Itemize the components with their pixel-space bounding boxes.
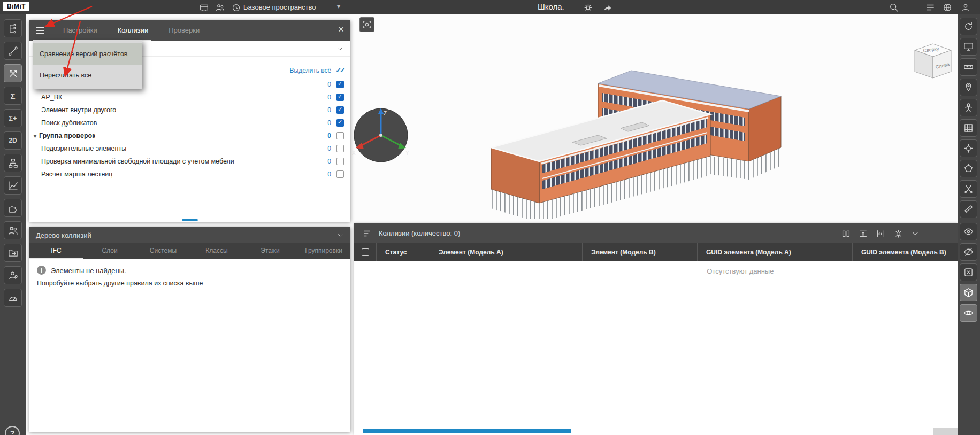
globe-button[interactable] — [941, 2, 953, 13]
building-model[interactable] — [460, 37, 824, 219]
history-button[interactable] — [230, 2, 242, 13]
task-list-button[interactable] — [924, 2, 936, 13]
rule-row[interactable]: Подозрительные элементы 0 — [29, 142, 350, 155]
column-guid-a[interactable]: GUID элемента (Модель А) — [698, 243, 853, 261]
project-settings-button[interactable] — [582, 2, 594, 13]
show-button[interactable] — [960, 223, 977, 240]
rule-checkbox[interactable] — [336, 132, 344, 139]
tab-checks[interactable]: Проверки — [165, 20, 203, 41]
graphs-button[interactable] — [4, 176, 22, 195]
help-button[interactable]: ? — [5, 426, 20, 435]
shared-folder-button[interactable] — [4, 244, 22, 262]
users-button[interactable] — [4, 221, 22, 239]
cube-icon — [963, 288, 974, 298]
fit-width-button[interactable] — [874, 228, 886, 239]
section-button[interactable] — [960, 180, 977, 198]
clash-detection-button[interactable] — [4, 64, 22, 82]
clear-selection-button[interactable] — [960, 263, 977, 281]
orbit-button[interactable] — [960, 304, 977, 322]
column-guid-b[interactable]: GUID элемента (Модель B) — [853, 243, 958, 261]
grid-button[interactable] — [960, 119, 977, 137]
menu-item-compare-versions[interactable]: Сравнение версий расчётов — [33, 43, 142, 65]
fit-height-button[interactable] — [857, 228, 869, 239]
share-button[interactable] — [601, 2, 613, 13]
focus-model-button[interactable] — [359, 17, 374, 32]
2d-icon: 2D — [9, 137, 17, 144]
rule-checkbox[interactable] — [336, 81, 344, 88]
viewfinder-icon — [362, 20, 372, 29]
sum-add-button[interactable]: Σ+ — [4, 109, 22, 127]
panel-tabs: Настройки Коллизии Проверки — [53, 20, 210, 41]
empty-table-message: Отсутствуют данные — [707, 267, 774, 275]
columns-button[interactable] — [840, 228, 852, 239]
rule-checkbox[interactable] — [336, 119, 344, 127]
app-logo: BiMiT — [3, 2, 29, 11]
navigation-gizmo[interactable]: Z X Y — [350, 105, 412, 166]
search-button[interactable] — [888, 2, 900, 13]
user-icon — [961, 3, 970, 12]
rule-row[interactable]: АР_ВК 0 — [29, 91, 350, 104]
rule-checkbox[interactable] — [336, 158, 344, 165]
column-element-b[interactable]: Элемент (Модель B) — [583, 243, 698, 261]
mannequin-button[interactable] — [960, 99, 977, 116]
column-status[interactable]: Статус — [377, 243, 430, 261]
locate-button[interactable] — [960, 139, 977, 157]
tree-tab-layers[interactable]: Слои — [83, 243, 136, 259]
menu-item-recalculate-all[interactable]: Пересчитать все — [33, 65, 142, 86]
model-tree-button[interactable] — [4, 19, 22, 37]
tree-panel-header[interactable]: Дерево коллизий — [29, 227, 350, 243]
rule-checkbox[interactable] — [336, 106, 344, 114]
cube-view-button[interactable] — [960, 284, 977, 301]
tab-settings[interactable]: Настройки — [60, 20, 101, 41]
rule-row[interactable]: Элемент внутри другого 0 — [29, 104, 350, 116]
area-select-button[interactable] — [960, 160, 977, 177]
rule-checkbox[interactable] — [336, 145, 344, 152]
panel-resize-handle[interactable] — [182, 219, 198, 221]
rule-group-row[interactable]: ▾ Группа проверок 0 — [29, 129, 350, 142]
screen-button[interactable] — [960, 38, 977, 56]
pin-button[interactable] — [960, 79, 977, 96]
tree-tab-classes[interactable]: Классы — [190, 243, 243, 259]
workspace-select[interactable]: Базовое пространство — [243, 3, 316, 11]
view-cube[interactable]: Сверху Слева — [908, 37, 958, 81]
column-element-a[interactable]: Элемент (Модель А) — [430, 243, 583, 261]
plugins-button[interactable] — [4, 199, 22, 217]
select-all-rules[interactable]: Выделить всё ✓✓ — [290, 66, 344, 74]
panel-menu-button[interactable] — [35, 25, 45, 36]
top-bar: BiMiT Базовое пространство ▾ Школа. — [0, 0, 980, 14]
collisions-filter-button[interactable] — [362, 228, 373, 239]
hide-button[interactable] — [960, 243, 977, 261]
select-all-checkbox[interactable] — [362, 248, 369, 256]
workspace-button[interactable] — [198, 2, 210, 13]
sum-button[interactable]: Σ — [4, 87, 22, 105]
2d-view-button[interactable]: 2D — [4, 131, 22, 150]
tab-collisions[interactable]: Коллизии — [114, 20, 151, 41]
tree-tab-groupings[interactable]: Группировки — [297, 243, 350, 259]
user-account-button[interactable] — [960, 2, 971, 13]
rotate-view-button[interactable] — [960, 18, 977, 35]
dashboard-button[interactable] — [4, 289, 22, 307]
group-caret-icon[interactable]: ▾ — [34, 133, 36, 139]
rule-row[interactable]: Расчет марша лестниц 0 — [29, 168, 350, 181]
slice-button[interactable] — [960, 200, 977, 218]
route-button[interactable] — [4, 42, 22, 60]
table-settings-button[interactable] — [892, 228, 904, 239]
scheme-button[interactable] — [4, 154, 22, 172]
rule-checkbox[interactable] — [336, 170, 344, 178]
user-location-button[interactable] — [4, 266, 22, 284]
tree-tab-systems[interactable]: Системы — [136, 243, 190, 259]
measure-button[interactable] — [960, 58, 977, 76]
close-panel-button[interactable]: × — [338, 24, 344, 35]
tree-tab-ifc[interactable]: IFC — [29, 243, 83, 259]
scrollbar-thumb[interactable] — [363, 429, 571, 433]
rule-row[interactable]: Проверка минимальной свободной площади с… — [29, 155, 350, 168]
team-button[interactable] — [214, 2, 226, 13]
workspace-caret-icon[interactable]: ▾ — [337, 3, 340, 10]
tree-tab-floors[interactable]: Этажи — [243, 243, 297, 259]
collapse-panel-button[interactable] — [909, 228, 921, 239]
globe-icon — [943, 3, 952, 12]
horizontal-scrollbar[interactable] — [354, 429, 958, 433]
rule-checkbox[interactable] — [336, 94, 344, 101]
rule-row[interactable]: Поиск дубликатов 0 — [29, 116, 350, 129]
target-icon — [963, 143, 974, 153]
